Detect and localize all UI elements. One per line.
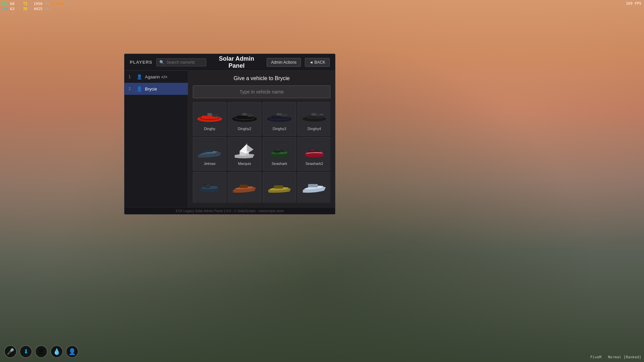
hud-icon-arrow[interactable]: ⬇ [19, 345, 32, 358]
seashark-icon [265, 141, 294, 160]
hud-icon-mic[interactable]: 🎤 [4, 345, 17, 358]
panel-main: Give a vehicle to Brycie D [188, 71, 335, 207]
vehicle-img-dinghy [195, 105, 225, 125]
dinghy-icon [195, 106, 224, 125]
vehicle-img-dinghy4 [299, 105, 329, 125]
vehicle-img-12 [299, 175, 329, 195]
vehicle-name-input[interactable] [193, 85, 330, 98]
player-item-1[interactable]: 1 👤 Agaarin </> [124, 71, 188, 83]
fivem-label: FiveM [590, 355, 601, 359]
vehicle-name-seashark2: Seashark2 [306, 162, 323, 166]
admin-panel: PLAYERS 🔍 Solar Admin Panel Admin Action… [124, 54, 335, 215]
player-item-2[interactable]: 2 👤 Brycie [124, 83, 188, 95]
vehicle-img-dinghy2 [229, 105, 260, 125]
svg-rect-14 [276, 113, 282, 116]
vehicle-img-marquis [229, 140, 260, 160]
player-name-1: Agaarin </> [145, 74, 167, 79]
hud-bottom-icons: 🎤 ⬇ ☰ 💧 👤 [4, 345, 78, 358]
svg-point-3 [212, 114, 219, 117]
panel-body: 1 👤 Agaarin </> 2 👤 Brycie Give a vehicl… [124, 71, 335, 207]
vehicle-card-dinghy3[interactable]: Dinghy3 [263, 102, 296, 136]
svg-point-8 [247, 114, 254, 117]
vehicle-card-marquis[interactable]: Marquis [228, 137, 261, 171]
hud-v-label: V [65, 1, 67, 6]
hud-gpu-temp: 60 [10, 1, 14, 6]
hud-icon-person[interactable]: 👤 [66, 345, 78, 358]
vehicle-name-seashark: Seashark [272, 162, 287, 166]
vehicle-card-dinghy[interactable]: Dinghy [193, 102, 226, 136]
hud-gpu-temp2: 72 [23, 1, 27, 6]
svg-rect-18 [311, 113, 316, 116]
vehicle-card-seashark[interactable]: Seashark [263, 137, 296, 171]
vehicle-img-11 [264, 175, 294, 195]
vehicle-name-jetmax: Jetmax [204, 162, 215, 166]
hud-mhz2: MHz [45, 7, 50, 11]
vehicle-card-10[interactable] [228, 172, 261, 203]
players-tab[interactable]: PLAYERS [130, 58, 152, 66]
panel-title: Solar Admin Panel [210, 55, 263, 69]
hud-mhz1: MHz [45, 2, 50, 6]
svg-point-27 [280, 149, 282, 150]
svg-point-30 [309, 149, 311, 150]
panel-header: PLAYERS 🔍 Solar Admin Panel Admin Action… [124, 54, 335, 71]
player-name-2: Brycie [145, 86, 157, 92]
vehicle-card-seashark2[interactable]: Seashark2 [298, 137, 330, 171]
svg-rect-4 [207, 113, 212, 116]
hud-gpu-label: GPU [1, 1, 8, 6]
vehicle-card-12[interactable] [298, 172, 330, 203]
player-icon-1: 👤 [137, 74, 142, 79]
svg-rect-29 [310, 149, 316, 150]
vehicle-name-dinghy3: Dinghy3 [273, 127, 286, 131]
admin-actions-button[interactable]: Admin Actions [267, 58, 301, 67]
dinghy4-icon [300, 106, 329, 125]
svg-point-34 [204, 184, 206, 185]
jetmax-icon [195, 141, 224, 160]
vehicle-card-9[interactable] [193, 172, 226, 203]
svg-rect-21 [205, 150, 213, 152]
svg-point-32 [204, 185, 211, 188]
vehicle-card-11[interactable] [263, 172, 296, 203]
search-input[interactable] [166, 60, 203, 65]
hud-arrow2: ↑ [30, 6, 32, 11]
vehicle-img-seashark2 [299, 140, 329, 160]
svg-rect-25 [275, 149, 281, 150]
back-button[interactable]: ◄ BACK [305, 58, 330, 67]
hud-topright: 169 FPS [626, 1, 641, 6]
hud-degree2: °C [16, 6, 21, 11]
hud-topleft: GPU 60 °C 72 ↑ 1950 MHz 0.900 V CPU 63 °… [1, 1, 67, 12]
vehicle-img-9 [195, 175, 225, 195]
panel-footer: ESX Legacy Solar Admin Panel 2.9.0 - © S… [124, 207, 335, 214]
footer-text: ESX Legacy Solar Admin Panel 2.9.0 - © S… [176, 209, 284, 213]
player-num-2: 2 [128, 86, 134, 91]
hud-icon-menu[interactable]: ☰ [35, 345, 48, 358]
svg-point-26 [274, 149, 276, 150]
svg-rect-37 [274, 185, 283, 188]
vehicle-card-dinghy2[interactable]: Dinghy2 [228, 102, 261, 136]
vehicle-card-jetmax[interactable]: Jetmax [193, 137, 226, 171]
vehicle-img-dinghy3 [264, 105, 294, 125]
dinghy2-icon [230, 106, 259, 125]
svg-point-31 [315, 149, 317, 150]
hud-bottomright: FiveM Normal [Ranked] [590, 355, 641, 359]
search-box[interactable]: 🔍 [156, 58, 206, 66]
svg-rect-38 [308, 184, 318, 187]
vehicle-card-dinghy4[interactable]: Dinghy4 [298, 102, 330, 136]
vehicle-name-dinghy4: Dinghy4 [308, 127, 321, 131]
player-icon-2: 👤 [137, 86, 142, 92]
hud-cpu-mhz: 4425 [34, 6, 43, 11]
player-num-1: 1 [128, 74, 134, 79]
hud-icon-drop[interactable]: 💧 [50, 345, 63, 358]
hud-fps: 169 FPS [626, 1, 641, 6]
hud-cpu-label: CPU [1, 6, 8, 11]
vehicle-grid: Dinghy Dinghy2 [193, 102, 330, 203]
search-icon: 🔍 [159, 60, 164, 65]
vehicle-img-seashark [264, 140, 294, 160]
vehicle-img-10 [229, 175, 260, 195]
vehicle9-icon [195, 176, 224, 194]
hud-gpu-util: 0.900 [52, 1, 63, 6]
vehicle11-icon [265, 176, 294, 194]
dinghy3-icon [265, 106, 294, 125]
hud-gpu-mhz: 1950 [34, 1, 43, 6]
vehicle10-icon [230, 176, 259, 194]
seashark2-icon [300, 141, 329, 160]
